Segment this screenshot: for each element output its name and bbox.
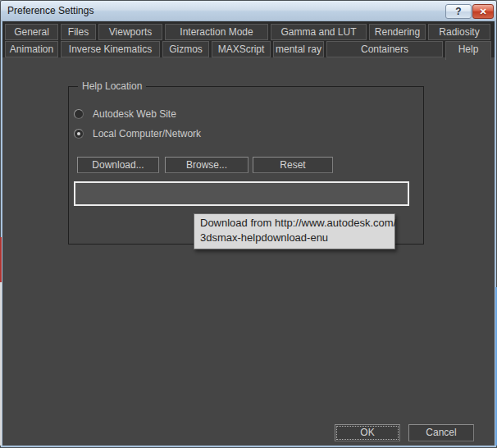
tab-gizmos[interactable]: Gizmos: [162, 41, 209, 57]
tab-mental-ray[interactable]: mental ray: [273, 41, 324, 57]
titlebar-help-button[interactable]: ?: [445, 4, 472, 19]
help-tab-panel: Help Location Autodesk Web Site Local Co…: [2, 57, 495, 446]
tab-containers[interactable]: Containers: [326, 41, 443, 57]
tab-viewports[interactable]: Viewports: [98, 24, 162, 40]
tooltip-line-1: Download from http://www.autodesk.com/: [200, 216, 389, 231]
desktop-bleed-red: [0, 237, 2, 282]
tab-files[interactable]: Files: [61, 24, 96, 40]
browse-button[interactable]: Browse...: [165, 157, 248, 173]
tab-strip: General Files Viewports Interaction Mode…: [2, 21, 495, 57]
radio-autodesk-web-site[interactable]: Autodesk Web Site: [74, 108, 176, 120]
tab-inverse-kinematics[interactable]: Inverse Kinematics: [61, 41, 160, 57]
titlebar[interactable]: Preference Settings ? ✕: [1, 1, 496, 21]
close-icon[interactable]: ✕: [472, 4, 494, 19]
tab-maxscript[interactable]: MAXScript: [212, 41, 271, 57]
preference-settings-dialog: Preference Settings ? ✕ General Files Vi…: [0, 0, 497, 448]
cancel-button[interactable]: Cancel: [408, 424, 474, 441]
tab-help[interactable]: Help: [445, 41, 491, 60]
tab-row-2: Animation Inverse Kinematics Gizmos MAXS…: [5, 41, 495, 57]
desktop-bleed-white: [0, 282, 2, 446]
tooltip-line-2: 3dsmax-helpdownload-enu: [200, 231, 389, 245]
tab-radiosity[interactable]: Radiosity: [428, 24, 490, 40]
radio-label: Autodesk Web Site: [93, 108, 176, 120]
download-button[interactable]: Download...: [77, 157, 159, 173]
focus-outline: [337, 427, 398, 439]
tab-interaction-mode[interactable]: Interaction Mode: [165, 24, 268, 40]
tab-animation[interactable]: Animation: [5, 41, 58, 57]
ok-button[interactable]: OK: [335, 424, 400, 441]
tab-gamma-and-lut[interactable]: Gamma and LUT: [271, 24, 367, 40]
dialog-content: General Files Viewports Interaction Mode…: [2, 21, 495, 446]
reset-button[interactable]: Reset: [253, 157, 333, 173]
radio-local-computer-network[interactable]: Local Computer/Network: [74, 128, 201, 139]
tab-row-1: General Files Viewports Interaction Mode…: [5, 24, 495, 40]
help-location-group-label: Help Location: [78, 80, 146, 92]
tab-rendering[interactable]: Rendering: [369, 24, 426, 40]
tab-general[interactable]: General: [5, 24, 58, 40]
help-path-field[interactable]: [74, 181, 409, 206]
help-location-group: Help Location Autodesk Web Site Local Co…: [68, 86, 424, 245]
radio-button-icon: [74, 129, 84, 139]
radio-label: Local Computer/Network: [93, 128, 201, 139]
window-title: Preference Settings: [7, 1, 93, 21]
download-tooltip: Download from http://www.autodesk.com/ 3…: [194, 213, 395, 249]
radio-button-icon: [74, 109, 84, 119]
